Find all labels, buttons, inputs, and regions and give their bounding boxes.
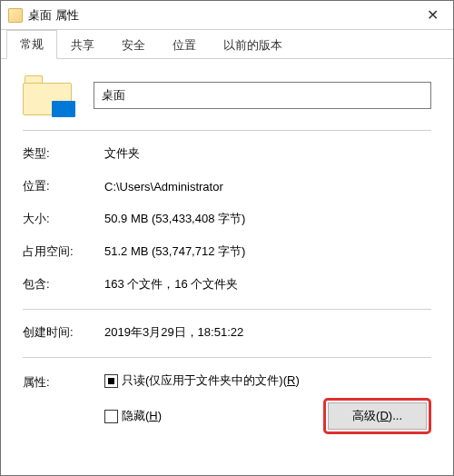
value-location: C:\Users\Administrator [104, 180, 431, 193]
tab-security[interactable]: 安全 [108, 31, 159, 59]
properties-dialog: 桌面 属性 ✕ 常规 共享 安全 位置 以前的版本 桌面 类型: 文件夹 位置:… [0, 0, 454, 476]
titlebar: 桌面 属性 ✕ [1, 1, 453, 30]
hidden-checkbox[interactable]: 隐藏(H) [104, 408, 162, 424]
folder-large-icon [23, 75, 72, 115]
folder-icon [8, 8, 23, 23]
value-contains: 163 个文件，16 个文件夹 [104, 276, 431, 293]
tabstrip: 常规 共享 安全 位置 以前的版本 [1, 32, 453, 59]
label-size: 大小: [23, 211, 104, 227]
tab-location[interactable]: 位置 [159, 31, 210, 59]
divider [23, 309, 431, 310]
tab-content-general: 桌面 类型: 文件夹 位置: C:\Users\Administrator 大小… [1, 59, 453, 475]
label-location: 位置: [23, 178, 104, 194]
checkbox-empty-icon [104, 410, 118, 423]
readonly-checkbox[interactable]: 只读(仅应用于文件夹中的文件)(R) [104, 372, 300, 389]
label-contains: 包含: [23, 276, 104, 293]
hidden-label: 隐藏(H) [122, 408, 162, 424]
label-attributes: 属性: [23, 372, 104, 391]
label-type: 类型: [23, 145, 104, 162]
tab-sharing[interactable]: 共享 [57, 31, 108, 59]
tab-general[interactable]: 常规 [6, 30, 57, 59]
divider [23, 130, 431, 131]
label-created: 创建时间: [23, 324, 104, 341]
label-sizeondisk: 占用空间: [23, 243, 104, 260]
advanced-button[interactable]: 高级(D)... [328, 402, 427, 430]
value-sizeondisk: 51.2 MB (53,747,712 字节) [104, 243, 431, 260]
folder-name-field[interactable]: 桌面 [94, 82, 431, 109]
readonly-label: 只读(仅应用于文件夹中的文件)(R) [122, 372, 300, 389]
checkbox-indeterminate-icon [104, 374, 118, 388]
value-size: 50.9 MB (53,433,408 字节) [104, 211, 431, 227]
value-type: 文件夹 [104, 145, 431, 162]
tab-previous-versions[interactable]: 以前的版本 [210, 31, 296, 59]
window-title: 桌面 属性 [28, 7, 411, 24]
highlight-annotation: 高级(D)... [323, 398, 431, 434]
close-icon[interactable]: ✕ [411, 1, 453, 30]
divider [23, 357, 431, 358]
value-created: 2019年3月29日，18:51:22 [104, 324, 431, 341]
